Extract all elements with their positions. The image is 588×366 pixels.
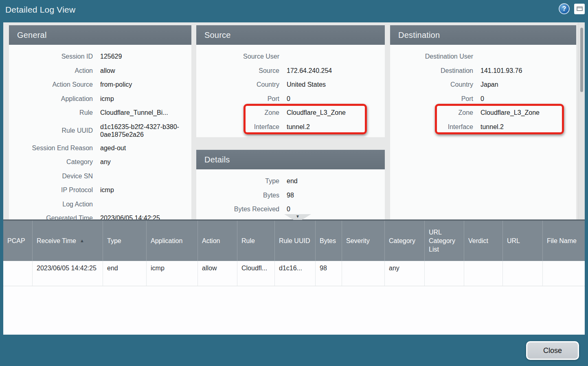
- field-label: Destination: [390, 67, 473, 75]
- field-row-log-action: Log Action: [9, 197, 191, 212]
- column-header-category[interactable]: Category: [385, 221, 425, 261]
- field-row-destination-interface: Interfacetunnel.2: [390, 120, 576, 134]
- cell-severity: [342, 261, 385, 286]
- field-row-generated-time: Generated Time2023/06/05 14:42:25: [9, 211, 191, 220]
- field-row-rule-uuid: Rule UUIDd1c16235-b2f2-4327-b380-0ae1875…: [9, 120, 191, 141]
- field-label: Rule UUID: [9, 127, 93, 134]
- field-label: Bytes: [196, 192, 279, 199]
- panel-general-body: Session ID125629 Actionallow Action Sour…: [9, 45, 191, 220]
- panel-source-body: Source User Source172.64.240.254 Country…: [196, 45, 385, 134]
- column-header-action[interactable]: Action: [198, 221, 237, 261]
- field-value: tunnel.2: [287, 123, 385, 131]
- field-row-destination-country: CountryJapan: [390, 78, 576, 92]
- field-row-source-interface: Interfacetunnel.2: [196, 120, 385, 134]
- help-icon[interactable]: ?: [559, 3, 570, 14]
- field-row-source-country: CountryUnited States: [196, 78, 385, 92]
- maximize-icon-glyph: [577, 7, 583, 11]
- field-label: Action Source: [9, 81, 93, 88]
- column-header-label: Receive Time: [37, 237, 76, 245]
- column-header-label: Category: [389, 237, 415, 245]
- field-row-destination-port: Port0: [390, 92, 576, 106]
- field-label: Interface: [196, 123, 279, 131]
- column-header-verdict[interactable]: Verdict: [464, 221, 503, 261]
- column-header-type[interactable]: Type: [103, 221, 147, 261]
- field-value: 141.101.93.76: [480, 67, 576, 75]
- field-value: tunnel.2: [480, 123, 576, 131]
- field-row-destination-zone: ZoneCloudflare_L3_Zone: [390, 106, 576, 120]
- column-header-severity[interactable]: Severity: [342, 221, 385, 261]
- chevron-down-icon: ▼: [296, 214, 300, 219]
- panel-destination-title: Destination: [390, 25, 576, 45]
- field-row-source: Source172.64.240.254: [196, 64, 385, 78]
- field-row-bytes: Bytes98: [196, 188, 385, 203]
- field-label: Interface: [390, 123, 473, 131]
- column-header-url[interactable]: URL: [503, 221, 543, 261]
- field-value: Cloudflare_L3_Zone: [287, 109, 385, 116]
- column-header-application[interactable]: Application: [147, 221, 198, 261]
- cell-url-category-list: [425, 261, 464, 286]
- field-row-source-port: Port0: [196, 92, 385, 106]
- panel-source: Source Source User Source172.64.240.254 …: [196, 25, 385, 137]
- field-label: Port: [196, 95, 279, 103]
- field-value: any: [100, 158, 191, 166]
- cell-category: any: [385, 261, 425, 286]
- column-header-file-name[interactable]: File Name: [543, 221, 585, 261]
- cell-url: [503, 261, 543, 286]
- cell-pcap: [3, 261, 33, 286]
- column-header-label: URL Category List: [429, 228, 460, 254]
- window-controls: ?: [559, 3, 585, 14]
- page-title: Detailed Log View: [5, 5, 75, 15]
- maximize-icon[interactable]: [574, 4, 585, 14]
- panel-details-title: Details: [196, 150, 385, 169]
- field-label: Category: [9, 158, 93, 166]
- column-header-url-category-list[interactable]: URL Category List: [425, 221, 464, 261]
- column-header-bytes[interactable]: Bytes: [316, 221, 342, 261]
- cell-application: icmp: [147, 261, 198, 286]
- field-label: Rule: [9, 109, 93, 116]
- field-row-type: Typeend: [196, 174, 385, 188]
- field-value: Japan: [480, 81, 576, 88]
- sort-ascending-icon: ▲: [80, 237, 84, 245]
- field-label: Source User: [196, 53, 279, 60]
- panel-general: General Session ID125629 Actionallow Act…: [9, 25, 191, 220]
- column-header-label: Action: [202, 237, 220, 245]
- field-value: icmp: [100, 95, 191, 103]
- scrollbar-thumb[interactable]: [580, 28, 583, 92]
- column-header-label: Severity: [346, 237, 370, 245]
- field-value: aged-out: [100, 145, 191, 152]
- panel-source-title: Source: [196, 25, 385, 45]
- cell-verdict: [464, 261, 503, 286]
- field-label: Zone: [196, 109, 279, 116]
- field-row-destination: Destination141.101.93.76: [390, 64, 576, 78]
- panel-destination: Destination Destination User Destination…: [390, 25, 576, 220]
- field-row-ip-protocol: IP Protocolicmp: [9, 183, 191, 197]
- cell-action: allow: [198, 261, 237, 286]
- field-label: Destination User: [390, 53, 473, 60]
- field-row-application: Applicationicmp: [9, 92, 191, 106]
- field-value: 0: [480, 95, 576, 103]
- column-header-label: Rule UUID: [279, 237, 310, 245]
- field-row-source-user: Source User: [196, 50, 385, 64]
- log-table-header-row: PCAP Receive Time▲ Type Application Acti…: [3, 221, 585, 261]
- cell-receive-time: 2023/06/05 14:42:25: [33, 261, 103, 286]
- field-label: Device SN: [9, 173, 93, 180]
- panel-destination-body: Destination User Destination141.101.93.7…: [390, 45, 576, 134]
- cell-rule: Cloudfl...: [237, 261, 275, 286]
- field-row-action: Actionallow: [9, 64, 191, 78]
- field-value: allow: [100, 67, 191, 75]
- field-row-source-zone: ZoneCloudflare_L3_Zone: [196, 106, 385, 120]
- field-value: 172.64.240.254: [287, 67, 385, 75]
- field-value: icmp: [100, 186, 191, 194]
- close-button[interactable]: Close: [526, 341, 579, 360]
- column-header-rule-uuid[interactable]: Rule UUID: [275, 221, 316, 261]
- field-label: Type: [196, 178, 279, 185]
- column-header-pcap[interactable]: PCAP: [3, 221, 33, 261]
- column-header-label: Verdict: [468, 237, 488, 245]
- field-label: Source: [196, 67, 279, 75]
- table-row[interactable]: 2023/06/05 14:42:25 end icmp allow Cloud…: [3, 261, 585, 286]
- column-header-rule[interactable]: Rule: [237, 221, 275, 261]
- log-table: PCAP Receive Time▲ Type Application Acti…: [3, 219, 585, 335]
- field-value: from-policy: [100, 81, 191, 88]
- column-header-receive-time[interactable]: Receive Time▲: [33, 221, 103, 261]
- panels-scrollbar[interactable]: [578, 22, 585, 219]
